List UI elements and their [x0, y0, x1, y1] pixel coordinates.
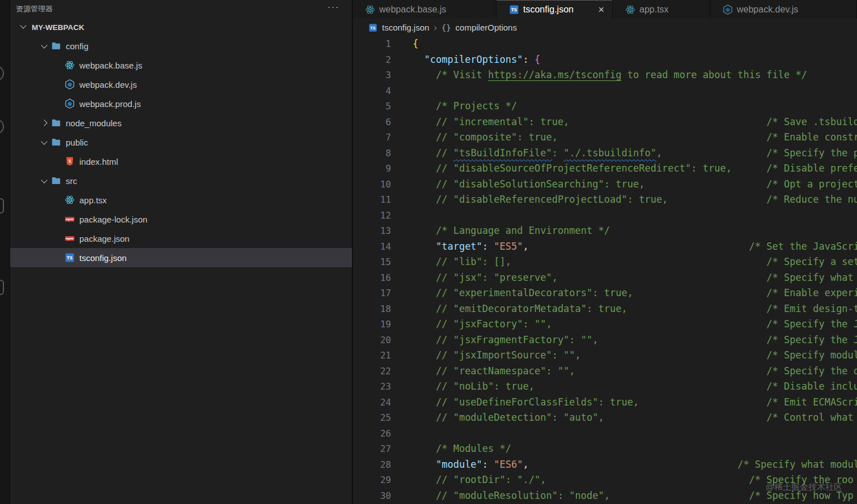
code-editor[interactable]: 1{2 "compilerOptions": {3 /* Visit https… — [353, 36, 857, 504]
code-line-text[interactable]: // "jsx": "preserve",/* Specify what JS — [413, 270, 857, 286]
code-line[interactable]: 23 // "noLib": true,/* Disable includi — [353, 379, 857, 395]
code-line-text[interactable]: { — [413, 36, 857, 52]
line-number[interactable]: 23 — [353, 379, 391, 395]
code-line[interactable]: 3 /* Visit https://aka.ms/tsconfig to re… — [353, 67, 857, 83]
tree-item-package-lock-json[interactable]: npm package-lock.json — [10, 210, 352, 229]
tree-item-src[interactable]: src — [10, 171, 352, 190]
line-number[interactable]: 24 — [353, 395, 391, 411]
tree-item-tsconfig-json[interactable]: TS tsconfig.json — [10, 248, 352, 267]
code-line[interactable]: 25 // "moduleDetection": "auto",/* Contr… — [353, 410, 857, 426]
line-number[interactable]: 12 — [353, 208, 391, 224]
code-line[interactable]: 7 // "composite": true,/* Enable constra… — [353, 130, 857, 146]
code-line[interactable]: 15 // "lib": [],/* Specify a set o — [353, 254, 857, 270]
line-number[interactable]: 5 — [353, 99, 391, 114]
line-number[interactable]: 4 — [353, 83, 391, 99]
code-line-text[interactable]: // "composite": true,/* Enable constrai — [413, 130, 857, 146]
code-line[interactable]: 18 // "emitDecoratorMetadata": true,/* E… — [353, 301, 857, 317]
tree-item-node-modules[interactable]: node_modules — [10, 113, 352, 133]
code-line-text[interactable]: "compilerOptions": { — [413, 52, 857, 68]
code-line[interactable]: 26 — [353, 426, 857, 442]
code-line-text[interactable]: // "disableReferencedProjectLoad": true,… — [413, 192, 857, 208]
code-line[interactable]: 28 "module": "ES6",/* Specify what modul — [353, 457, 857, 473]
line-number[interactable]: 2 — [353, 52, 391, 68]
line-number[interactable]: 15 — [353, 254, 391, 270]
line-number[interactable]: 18 — [353, 301, 391, 317]
code-line[interactable]: 1{ — [353, 36, 857, 52]
tab-tsconfig-json[interactable]: TS tsconfig.json × — [497, 0, 613, 19]
code-line-text[interactable]: // "moduleDetection": "auto",/* Control … — [413, 410, 857, 426]
code-line-text[interactable]: // "jsxFragmentFactory": "",/* Specify t… — [413, 332, 857, 348]
line-number[interactable]: 3 — [353, 67, 391, 83]
section-my-webpack[interactable]: MY-WEBPACK — [10, 18, 352, 36]
tree-item-package-json[interactable]: npm package.json — [10, 229, 352, 248]
line-number[interactable]: 1 — [353, 36, 391, 52]
breadcrumb-file[interactable]: tsconfig.json — [382, 23, 429, 32]
tree-item-app-tsx[interactable]: app.tsx — [10, 190, 352, 210]
code-line-text[interactable]: // "disableSolutionSearching": true,/* O… — [413, 177, 857, 193]
line-number[interactable]: 28 — [353, 457, 391, 473]
code-line-text[interactable]: /* Projects */ — [413, 99, 857, 114]
line-number[interactable]: 17 — [353, 285, 391, 301]
code-line-text[interactable] — [413, 83, 857, 99]
tree-item-config[interactable]: config — [10, 36, 352, 55]
code-line-text[interactable]: // "tsBuildInfoFile": "./.tsbuildinfo",/… — [413, 146, 857, 161]
code-line-text[interactable]: "module": "ES6",/* Specify what modul — [413, 457, 857, 473]
code-line[interactable]: 16 // "jsx": "preserve",/* Specify what … — [353, 270, 857, 286]
code-line[interactable]: 19 // "jsxFactory": "",/* Specify the JS… — [353, 317, 857, 332]
code-line[interactable]: 11 // "disableReferencedProjectLoad": tr… — [353, 192, 857, 208]
code-line-text[interactable]: // "noLib": true,/* Disable includi — [413, 379, 857, 395]
code-line[interactable]: 29 // "rootDir": "./",/* Specify the roo — [353, 472, 857, 488]
code-line-text[interactable]: // "moduleResolution": "node",/* Specify… — [413, 488, 857, 504]
code-line-text[interactable]: // "experimentalDecorators": true,/* Ena… — [413, 285, 857, 301]
code-line[interactable]: 24 // "useDefineForClassFields": true,/*… — [353, 395, 857, 411]
line-number[interactable]: 26 — [353, 426, 391, 442]
code-line-text[interactable]: // "lib": [],/* Specify a set o — [413, 254, 857, 270]
code-line-text[interactable]: // "jsxFactory": "",/* Specify the JSX — [413, 317, 857, 332]
line-number[interactable]: 21 — [353, 348, 391, 364]
line-number[interactable]: 20 — [353, 332, 391, 348]
code-line[interactable]: 8 // "tsBuildInfoFile": "./.tsbuildinfo"… — [353, 146, 857, 161]
close-icon[interactable]: × — [598, 5, 604, 15]
code-line-text[interactable]: // "jsxImportSource": "",/* Specify modu… — [413, 348, 857, 364]
code-line[interactable]: 9 // "disableSourceOfProjectReferenceRed… — [353, 161, 857, 177]
line-number[interactable]: 29 — [353, 472, 391, 488]
line-number[interactable]: 6 — [353, 114, 391, 130]
tab-app-tsx[interactable]: app.tsx — [613, 0, 710, 19]
code-line[interactable]: 30 // "moduleResolution": "node",/* Spec… — [353, 488, 857, 504]
code-line[interactable]: 4 — [353, 83, 857, 99]
code-line[interactable]: 5 /* Projects */ — [353, 99, 857, 114]
line-number[interactable]: 25 — [353, 410, 391, 426]
line-number[interactable]: 14 — [353, 239, 391, 255]
code-line-text[interactable]: // "useDefineForClassFields": true,/* Em… — [413, 395, 857, 411]
code-line[interactable]: 12 — [353, 208, 857, 224]
line-number[interactable]: 7 — [353, 130, 391, 146]
line-number[interactable]: 10 — [353, 177, 391, 193]
line-number[interactable]: 19 — [353, 317, 391, 332]
code-line[interactable]: 21 // "jsxImportSource": "",/* Specify m… — [353, 348, 857, 364]
line-number[interactable]: 8 — [353, 146, 391, 161]
tab-webpack-base-js[interactable]: webpack.base.js — [353, 0, 497, 19]
tree-item-webpack-dev-js[interactable]: webpack.dev.js — [10, 75, 352, 94]
tree-item-webpack-base-js[interactable]: webpack.base.js — [10, 55, 352, 75]
code-line[interactable]: 22 // "reactNamespace": "",/* Specify th… — [353, 364, 857, 379]
tree-item-webpack-prod-js[interactable]: webpack.prod.js — [10, 94, 352, 113]
code-line[interactable]: 17 // "experimentalDecorators": true,/* … — [353, 285, 857, 301]
code-line[interactable]: 2 "compilerOptions": { — [353, 52, 857, 68]
code-line[interactable]: 13 /* Language and Environment */ — [353, 223, 857, 239]
code-line-text[interactable]: // "emitDecoratorMetadata": true,/* Emit… — [413, 301, 857, 317]
code-line[interactable]: 20 // "jsxFragmentFactory": "",/* Specif… — [353, 332, 857, 348]
code-line-text[interactable]: // "incremental": true,/* Save .tsbuildi… — [413, 114, 857, 130]
code-line-text[interactable]: // "rootDir": "./",/* Specify the roo — [413, 472, 857, 488]
code-line[interactable]: 27 /* Modules */ — [353, 441, 857, 457]
code-line-text[interactable]: /* Visit https://aka.ms/tsconfig to read… — [413, 67, 857, 83]
code-line[interactable]: 10 // "disableSolutionSearching": true,/… — [353, 177, 857, 193]
code-line-text[interactable] — [413, 208, 857, 224]
line-number[interactable]: 9 — [353, 161, 391, 177]
line-number[interactable]: 13 — [353, 223, 391, 239]
line-number[interactable]: 22 — [353, 364, 391, 379]
code-line[interactable]: 14 "target": "ES5",/* Set the JavaScrip — [353, 239, 857, 255]
code-line[interactable]: 6 // "incremental": true,/* Save .tsbuil… — [353, 114, 857, 130]
line-number[interactable]: 27 — [353, 441, 391, 457]
code-line-text[interactable] — [413, 426, 857, 442]
line-number[interactable]: 30 — [353, 488, 391, 504]
